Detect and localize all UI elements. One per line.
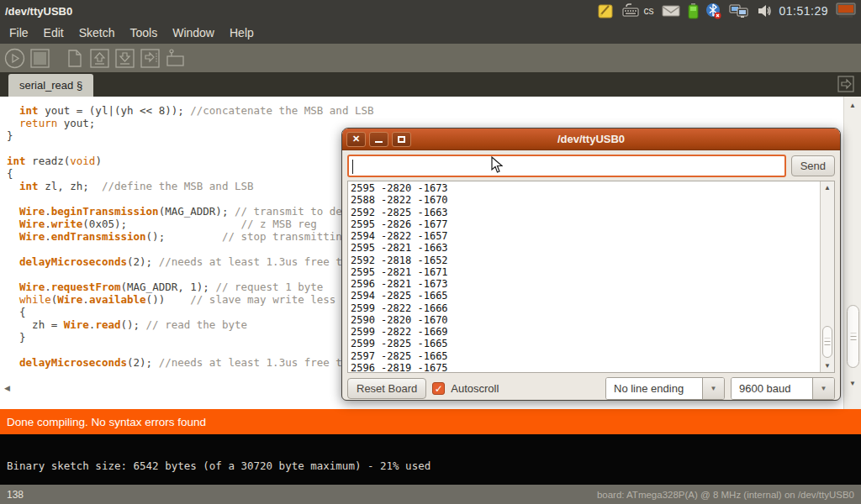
screen: /dev/ttyUSB0 cs 01:51:29 File Edit Sketc…: [0, 0, 861, 504]
tab-menu-icon[interactable]: [837, 76, 854, 96]
save-button[interactable]: [114, 48, 135, 69]
code-line: int yout = (yl|(yh << 8)); //concatenate…: [7, 104, 861, 117]
serial-line: 2590 -2820 -1670: [351, 314, 834, 326]
minimize-button[interactable]: [369, 132, 388, 147]
tab-serial-read[interactable]: serial_read §: [8, 74, 93, 97]
line-number: 138: [7, 489, 24, 501]
volume-icon[interactable]: [757, 3, 772, 18]
serial-line: 2595 -2820 -1673: [351, 182, 834, 194]
send-button[interactable]: Send: [791, 155, 835, 176]
open-button[interactable]: [89, 48, 110, 69]
serial-line: 2599 -2822 -1669: [351, 326, 834, 338]
window-title: /dev/ttyUSB0: [5, 5, 72, 18]
stop-button[interactable]: [29, 48, 50, 69]
keyboard-layout-indicator[interactable]: cs: [644, 5, 654, 17]
serial-controls: Reset Board ✓ Autoscroll No line ending …: [347, 377, 835, 400]
serial-line: 2588 -2822 -1670: [351, 194, 834, 206]
serial-input[interactable]: [347, 155, 786, 177]
clock[interactable]: 01:51:29: [779, 4, 829, 18]
note-icon[interactable]: [597, 3, 614, 19]
serial-lines: 2595 -2820 -16732588 -2822 -16702592 -28…: [348, 181, 834, 373]
mail-icon[interactable]: [662, 4, 680, 18]
verify-button[interactable]: [4, 48, 25, 69]
serial-line: 2592 -2825 -1663: [351, 207, 834, 218]
menu-file[interactable]: File: [2, 22, 36, 44]
chevron-down-icon[interactable]: ▼: [812, 378, 834, 399]
mouse-cursor: [491, 156, 503, 177]
maximize-icon: [398, 136, 405, 143]
serial-line: 2596 -2821 -1673: [351, 278, 834, 290]
serial-scrollbar-thumb[interactable]: [822, 326, 832, 358]
menubar: File Edit Sketch Tools Window Help: [0, 22, 861, 44]
compile-status-bar: Done compiling. No syntax errors found: [0, 409, 861, 434]
console-text: Binary sketch size: 6542 bytes (of a 307…: [7, 459, 430, 472]
serial-line: 2597 -2825 -1665: [351, 350, 834, 362]
thumb-grip: [825, 339, 831, 346]
line-ending-select[interactable]: No line ending ▼: [605, 377, 725, 400]
serial-line: 2596 -2819 -1675: [351, 362, 834, 373]
minimize-icon: [375, 141, 383, 143]
serial-line: 2594 -2825 -1665: [351, 290, 834, 302]
thumb-grip: [850, 333, 856, 340]
status-bar: 138 board: ATmega328P(A) @ 8 MHz (intern…: [0, 485, 861, 504]
serial-line: 2595 -2821 -1663: [351, 242, 834, 254]
serial-line: 2595 -2826 -1677: [351, 218, 834, 230]
menu-sketch[interactable]: Sketch: [71, 22, 123, 44]
menu-tools[interactable]: Tools: [123, 22, 166, 44]
menu-edit[interactable]: Edit: [36, 22, 71, 44]
display-icon[interactable]: [836, 3, 856, 19]
line-ending-value: No line ending: [606, 378, 702, 399]
serial-monitor-title: /dev/ttyUSB0: [342, 133, 840, 145]
reset-board-button[interactable]: Reset Board: [347, 378, 426, 399]
baud-rate-select[interactable]: 9600 baud ▼: [731, 377, 835, 400]
scroll-up-icon[interactable]: ▲: [849, 102, 856, 109]
autoscroll-label: Autoscroll: [451, 382, 499, 395]
serial-line: 2599 -2825 -1665: [351, 338, 834, 349]
upload-button[interactable]: [140, 48, 161, 69]
close-icon: ✕: [352, 134, 360, 144]
check-icon: ✓: [435, 384, 443, 394]
editor-scrollbar-thumb[interactable]: [847, 305, 859, 368]
chevron-down-icon[interactable]: ▼: [702, 378, 724, 399]
new-sketch-button[interactable]: [64, 48, 85, 69]
toolbar: [0, 44, 861, 72]
serial-line: 2594 -2822 -1657: [351, 230, 834, 242]
board-info: board: ATmega328P(A) @ 8 MHz (internal) …: [597, 490, 854, 500]
keyboard-icon[interactable]: [621, 3, 640, 18]
serial-monitor-window: /dev/ttyUSB0 ✕ Send 2595 -2820 -16732588…: [341, 128, 841, 401]
serial-output-area[interactable]: 2595 -2820 -16732588 -2822 -16702592 -28…: [347, 181, 835, 373]
serial-scrollbar[interactable]: ▲ ▼: [820, 181, 834, 372]
console-output: Binary sketch size: 6542 bytes (of a 307…: [0, 434, 861, 485]
menu-help[interactable]: Help: [222, 22, 261, 44]
scroll-up-icon[interactable]: ▲: [824, 184, 831, 192]
system-tray: cs 01:51:29: [597, 3, 857, 19]
serial-monitor-body: Send 2595 -2820 -16732588 -2822 -1670259…: [342, 150, 840, 403]
serial-monitor-titlebar[interactable]: /dev/ttyUSB0 ✕: [342, 129, 840, 150]
serial-input-row: Send: [347, 155, 835, 177]
bluetooth-icon[interactable]: [706, 3, 721, 19]
network-icon[interactable]: [729, 3, 749, 19]
tab-bar: serial_read §: [0, 72, 861, 97]
autoscroll-checkbox[interactable]: ✓: [432, 382, 445, 395]
desktop-panel: /dev/ttyUSB0 cs 01:51:29: [0, 0, 861, 22]
maximize-button[interactable]: [392, 132, 411, 147]
serial-line: 2599 -2822 -1666: [351, 302, 834, 314]
scroll-down-icon[interactable]: ▼: [824, 362, 831, 370]
menu-window[interactable]: Window: [165, 22, 222, 44]
serial-monitor-button[interactable]: [165, 48, 186, 69]
compile-status-text: Done compiling. No syntax errors found: [7, 416, 206, 428]
serial-line: 2595 -2821 -1671: [351, 266, 834, 278]
baud-rate-value: 9600 baud: [732, 378, 812, 399]
battery-icon[interactable]: [688, 3, 699, 19]
hscroll-left-arrow-icon[interactable]: ◀: [4, 384, 10, 392]
text-caret: [352, 160, 353, 174]
close-button[interactable]: ✕: [346, 132, 366, 147]
scroll-down-icon[interactable]: ▼: [849, 380, 856, 387]
editor-scrollbar[interactable]: ▲ ▼: [843, 97, 861, 409]
serial-line: 2592 -2818 -1652: [351, 255, 834, 266]
